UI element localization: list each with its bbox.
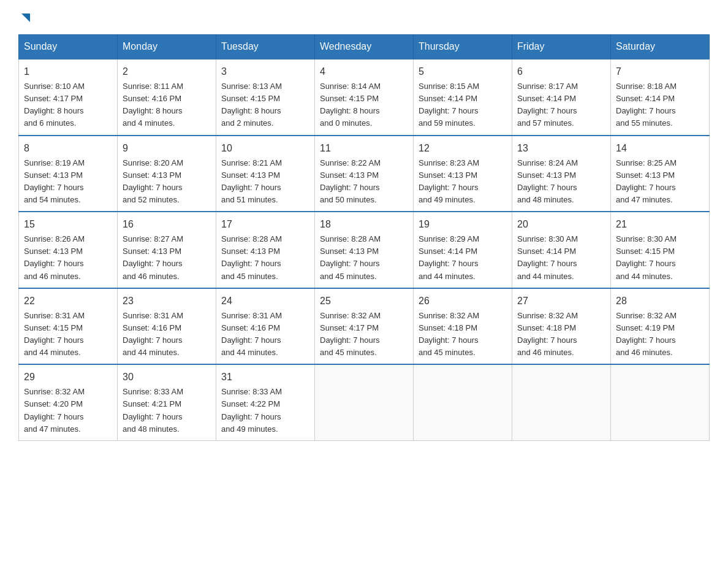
day-number: 15 [24, 217, 112, 232]
day-info: Sunrise: 8:32 AMSunset: 4:19 PMDaylight:… [616, 310, 704, 359]
day-number: 8 [24, 141, 112, 156]
calendar-cell: 23Sunrise: 8:31 AMSunset: 4:16 PMDayligh… [118, 288, 216, 365]
calendar-cell: 24Sunrise: 8:31 AMSunset: 4:16 PMDayligh… [216, 288, 315, 365]
calendar-cell: 31Sunrise: 8:33 AMSunset: 4:22 PMDayligh… [216, 364, 315, 440]
day-info: Sunrise: 8:30 AMSunset: 4:15 PMDaylight:… [616, 233, 704, 283]
weekday-header-row: SundayMondayTuesdayWednesdayThursdayFrid… [19, 35, 710, 59]
day-info: Sunrise: 8:32 AMSunset: 4:18 PMDaylight:… [419, 310, 507, 359]
calendar-cell: 3Sunrise: 8:13 AMSunset: 4:15 PMDaylight… [216, 59, 315, 136]
day-number: 20 [517, 217, 605, 232]
weekday-header-sunday: Sunday [19, 35, 118, 59]
day-number: 9 [123, 141, 211, 156]
day-number: 2 [123, 64, 211, 79]
week-row-5: 29Sunrise: 8:32 AMSunset: 4:20 PMDayligh… [19, 364, 710, 440]
week-row-1: 1Sunrise: 8:10 AMSunset: 4:17 PMDaylight… [19, 59, 710, 136]
day-info: Sunrise: 8:27 AMSunset: 4:13 PMDaylight:… [123, 233, 211, 283]
day-info: Sunrise: 8:29 AMSunset: 4:14 PMDaylight:… [419, 233, 507, 283]
day-info: Sunrise: 8:24 AMSunset: 4:13 PMDaylight:… [517, 157, 605, 207]
svg-marker-0 [21, 13, 30, 22]
day-info: Sunrise: 8:32 AMSunset: 4:18 PMDaylight:… [517, 310, 605, 359]
day-info: Sunrise: 8:17 AMSunset: 4:14 PMDaylight:… [517, 80, 605, 130]
day-info: Sunrise: 8:26 AMSunset: 4:13 PMDaylight:… [24, 233, 112, 283]
calendar-cell: 1Sunrise: 8:10 AMSunset: 4:17 PMDaylight… [19, 59, 118, 136]
logo [18, 12, 32, 22]
calendar-cell: 7Sunrise: 8:18 AMSunset: 4:14 PMDaylight… [611, 59, 710, 136]
day-info: Sunrise: 8:11 AMSunset: 4:16 PMDaylight:… [123, 80, 211, 130]
day-info: Sunrise: 8:33 AMSunset: 4:22 PMDaylight:… [221, 386, 309, 435]
logo-arrow-icon [19, 11, 32, 25]
day-number: 11 [320, 141, 408, 156]
day-info: Sunrise: 8:32 AMSunset: 4:17 PMDaylight:… [320, 310, 408, 359]
day-number: 6 [517, 64, 605, 79]
calendar-cell: 10Sunrise: 8:21 AMSunset: 4:13 PMDayligh… [216, 136, 315, 212]
calendar-cell: 5Sunrise: 8:15 AMSunset: 4:14 PMDaylight… [414, 59, 512, 136]
calendar-cell [611, 364, 710, 440]
day-info: Sunrise: 8:32 AMSunset: 4:20 PMDaylight:… [24, 386, 112, 435]
calendar-cell: 30Sunrise: 8:33 AMSunset: 4:21 PMDayligh… [118, 364, 216, 440]
day-info: Sunrise: 8:22 AMSunset: 4:13 PMDaylight:… [320, 157, 408, 207]
day-number: 1 [24, 64, 112, 79]
day-info: Sunrise: 8:28 AMSunset: 4:13 PMDaylight:… [221, 233, 309, 283]
day-info: Sunrise: 8:13 AMSunset: 4:15 PMDaylight:… [221, 80, 309, 130]
day-number: 16 [123, 217, 211, 232]
calendar-cell: 22Sunrise: 8:31 AMSunset: 4:15 PMDayligh… [19, 288, 118, 365]
day-number: 10 [221, 141, 309, 156]
day-info: Sunrise: 8:15 AMSunset: 4:14 PMDaylight:… [419, 80, 507, 130]
weekday-header-saturday: Saturday [611, 35, 710, 59]
day-number: 7 [616, 64, 704, 79]
day-info: Sunrise: 8:33 AMSunset: 4:21 PMDaylight:… [123, 386, 211, 435]
day-number: 19 [419, 217, 507, 232]
day-number: 12 [419, 141, 507, 156]
calendar-cell: 12Sunrise: 8:23 AMSunset: 4:13 PMDayligh… [414, 136, 512, 212]
weekday-header-friday: Friday [512, 35, 611, 59]
day-number: 27 [517, 294, 605, 308]
week-row-3: 15Sunrise: 8:26 AMSunset: 4:13 PMDayligh… [19, 212, 710, 288]
day-info: Sunrise: 8:18 AMSunset: 4:14 PMDaylight:… [616, 80, 704, 130]
day-info: Sunrise: 8:28 AMSunset: 4:13 PMDaylight:… [320, 233, 408, 283]
day-info: Sunrise: 8:14 AMSunset: 4:15 PMDaylight:… [320, 80, 408, 130]
day-number: 3 [221, 64, 309, 79]
day-number: 24 [221, 294, 309, 308]
day-number: 4 [320, 64, 408, 79]
day-number: 17 [221, 217, 309, 232]
calendar-cell: 19Sunrise: 8:29 AMSunset: 4:14 PMDayligh… [414, 212, 512, 288]
calendar-cell: 27Sunrise: 8:32 AMSunset: 4:18 PMDayligh… [512, 288, 611, 365]
day-number: 5 [419, 64, 507, 79]
weekday-header-wednesday: Wednesday [315, 35, 414, 59]
day-number: 30 [123, 370, 211, 385]
day-number: 31 [221, 370, 309, 385]
day-number: 21 [616, 217, 704, 232]
calendar-cell: 14Sunrise: 8:25 AMSunset: 4:13 PMDayligh… [611, 136, 710, 212]
week-row-4: 22Sunrise: 8:31 AMSunset: 4:15 PMDayligh… [19, 288, 710, 365]
calendar-cell: 11Sunrise: 8:22 AMSunset: 4:13 PMDayligh… [315, 136, 414, 212]
day-info: Sunrise: 8:25 AMSunset: 4:13 PMDaylight:… [616, 157, 704, 207]
calendar-cell: 28Sunrise: 8:32 AMSunset: 4:19 PMDayligh… [611, 288, 710, 365]
week-row-2: 8Sunrise: 8:19 AMSunset: 4:13 PMDaylight… [19, 136, 710, 212]
calendar-cell [414, 364, 512, 440]
calendar-cell: 4Sunrise: 8:14 AMSunset: 4:15 PMDaylight… [315, 59, 414, 136]
day-number: 28 [616, 294, 704, 308]
calendar-cell: 2Sunrise: 8:11 AMSunset: 4:16 PMDaylight… [118, 59, 216, 136]
weekday-header-monday: Monday [118, 35, 216, 59]
weekday-header-thursday: Thursday [414, 35, 512, 59]
day-info: Sunrise: 8:23 AMSunset: 4:13 PMDaylight:… [419, 157, 507, 207]
calendar-cell [512, 364, 611, 440]
calendar-cell: 29Sunrise: 8:32 AMSunset: 4:20 PMDayligh… [19, 364, 118, 440]
day-number: 29 [24, 370, 112, 385]
day-info: Sunrise: 8:20 AMSunset: 4:13 PMDaylight:… [123, 157, 211, 207]
calendar-cell: 17Sunrise: 8:28 AMSunset: 4:13 PMDayligh… [216, 212, 315, 288]
day-info: Sunrise: 8:10 AMSunset: 4:17 PMDaylight:… [24, 80, 112, 130]
day-info: Sunrise: 8:30 AMSunset: 4:14 PMDaylight:… [517, 233, 605, 283]
page-header [18, 12, 710, 22]
day-number: 13 [517, 141, 605, 156]
day-info: Sunrise: 8:19 AMSunset: 4:13 PMDaylight:… [24, 157, 112, 207]
day-info: Sunrise: 8:31 AMSunset: 4:16 PMDaylight:… [123, 310, 211, 359]
day-number: 26 [419, 294, 507, 308]
day-number: 25 [320, 294, 408, 308]
calendar-cell: 9Sunrise: 8:20 AMSunset: 4:13 PMDaylight… [118, 136, 216, 212]
weekday-header-tuesday: Tuesday [216, 35, 315, 59]
calendar-cell: 25Sunrise: 8:32 AMSunset: 4:17 PMDayligh… [315, 288, 414, 365]
calendar-cell: 16Sunrise: 8:27 AMSunset: 4:13 PMDayligh… [118, 212, 216, 288]
calendar-cell: 13Sunrise: 8:24 AMSunset: 4:13 PMDayligh… [512, 136, 611, 212]
calendar-cell: 6Sunrise: 8:17 AMSunset: 4:14 PMDaylight… [512, 59, 611, 136]
